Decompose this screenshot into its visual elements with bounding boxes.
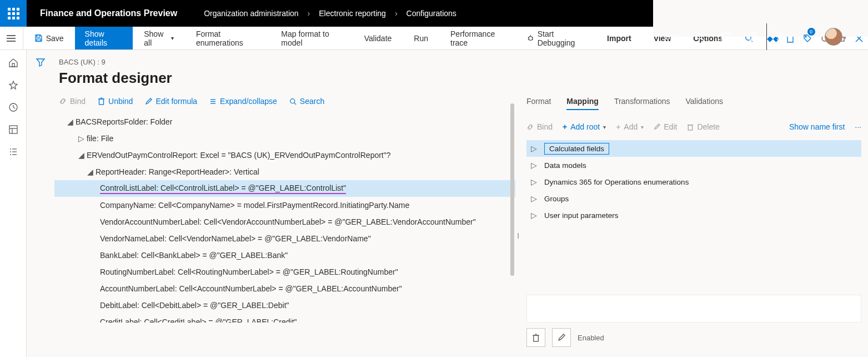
rail-favorites[interactable]: [8, 80, 18, 90]
svg-point-6: [779, 35, 782, 38]
page-subtitle: BACS (UK) : 9: [54, 58, 515, 66]
tree-node-selected[interactable]: ControlListLabel: Cell<ControlListLabel>…: [54, 180, 515, 197]
tab-validations[interactable]: Validations: [686, 97, 723, 110]
run-button[interactable]: Run: [410, 34, 432, 43]
nav-toggle[interactable]: [0, 27, 23, 49]
breadcrumb-item[interactable]: Electronic reporting: [319, 9, 386, 18]
filter-pane-toggle[interactable]: [27, 50, 54, 357]
legal-entity[interactable]: GBSI: [664, 33, 686, 41]
svg-point-43: [290, 98, 294, 103]
trash-icon: [687, 123, 694, 131]
tree-node[interactable]: CompanyName: Cell<CompanyName> = model.F…: [54, 197, 515, 214]
svg-line-44: [294, 102, 296, 104]
bug-icon: [527, 34, 534, 42]
scrollbar-thumb[interactable]: [510, 103, 514, 276]
search-icon: [695, 32, 704, 41]
svg-point-5: [754, 36, 755, 36]
app-launcher[interactable]: [0, 0, 27, 27]
breadcrumb-item[interactable]: Configurations: [407, 9, 456, 18]
svg-line-1: [701, 38, 704, 41]
ds-bind-button[interactable]: Bind: [526, 122, 553, 131]
gear-icon: [775, 32, 785, 42]
show-name-first-button[interactable]: Show name first: [789, 122, 845, 131]
ds-node[interactable]: ▷Data models: [526, 157, 861, 173]
svg-rect-47: [534, 335, 539, 341]
tree-node[interactable]: ▷file: File: [54, 130, 515, 147]
format-tree: ◢BACSReportsFolder: Folder ▷file: File ◢…: [54, 111, 515, 323]
start-debugging-button[interactable]: Start Debugging: [524, 29, 588, 47]
tree-node[interactable]: ◢ReportHeader: Range<ReportHeader>: Vert…: [54, 163, 515, 180]
user-avatar[interactable]: [820, 23, 847, 50]
tab-transformations[interactable]: Transformations: [614, 97, 670, 110]
search-button[interactable]: Search: [289, 97, 324, 106]
search-icon: [289, 98, 297, 105]
waffle-icon: [8, 8, 19, 19]
bind-button[interactable]: Bind: [59, 97, 86, 106]
more-button[interactable]: ···: [855, 122, 861, 131]
caret-right-icon: ▷: [530, 194, 538, 203]
delete-formula-button[interactable]: [526, 328, 545, 347]
ds-node-label: Dynamics 365 for Operations enumerations: [544, 178, 689, 186]
save-button[interactable]: Save: [31, 34, 67, 43]
expand-collapse-button[interactable]: Expand/collapse: [209, 97, 277, 106]
chevron-down-icon: ▾: [641, 124, 644, 130]
show-all-button[interactable]: Show all ▾: [141, 29, 177, 47]
svg-point-3: [749, 33, 757, 41]
formula-bar[interactable]: [526, 295, 861, 323]
messages-button[interactable]: [713, 23, 740, 50]
scrollbar[interactable]: [509, 103, 515, 357]
tree-node[interactable]: VendorAccountNumberLabel: Cell<VendorAcc…: [54, 214, 515, 230]
caret-down-icon: ◢: [64, 117, 76, 126]
tree-node[interactable]: CreditLabel: Cell<CreditLabel> = @"GER_L…: [54, 314, 515, 323]
svg-point-4: [751, 36, 752, 36]
delete-button[interactable]: Delete: [687, 122, 719, 131]
tree-node[interactable]: ◢ERVendOutPaymControlReport: Excel = "BA…: [54, 147, 515, 163]
ds-node[interactable]: ▷Groups: [526, 190, 861, 207]
edit-formula-button[interactable]: [552, 328, 571, 347]
tab-format[interactable]: Format: [526, 97, 551, 110]
more-icon: ···: [855, 122, 861, 131]
caret-right-icon: ▷: [76, 134, 87, 143]
tree-node[interactable]: AccountNumberLabel: Cell<AccountNumberLa…: [54, 280, 515, 297]
hamburger-icon: [7, 35, 16, 42]
add-root-button[interactable]: + Add root ▾: [563, 122, 606, 131]
show-all-label: Show all: [144, 29, 168, 47]
edit-button[interactable]: Edit: [654, 122, 677, 131]
map-format-button[interactable]: Map format to model: [278, 29, 345, 47]
product-title: Finance and Operations Preview: [27, 8, 190, 18]
validate-button[interactable]: Validate: [361, 34, 395, 43]
svg-point-0: [696, 33, 702, 39]
show-details-button[interactable]: Show details: [75, 27, 133, 49]
badge-count: 0: [807, 28, 815, 36]
performance-trace-button[interactable]: Performance trace: [447, 29, 508, 47]
ds-node[interactable]: ▷Dynamics 365 for Operations enumeration…: [526, 173, 861, 190]
rail-recent[interactable]: [8, 102, 18, 112]
tree-node[interactable]: DebitLabel: Cell<DebitLabel> = @"GER_LAB…: [54, 297, 515, 314]
settings-button[interactable]: [767, 23, 794, 50]
breadcrumb: Organization administration › Electronic…: [204, 9, 456, 18]
search-button[interactable]: [686, 23, 713, 50]
rail-workspaces[interactable]: [8, 125, 18, 135]
messages-icon: [721, 33, 731, 41]
splitter-handle[interactable]: ||: [515, 228, 520, 242]
tree-node[interactable]: RoutingNumberLabel: Cell<RoutingNumberLa…: [54, 264, 515, 280]
list-icon: [8, 147, 18, 157]
format-enumerations-button[interactable]: Format enumerations: [193, 29, 262, 47]
datasource-tree: ▷Calculated fields ▷Data models ▷Dynamic…: [526, 137, 861, 224]
feedback-button[interactable]: [740, 23, 766, 50]
ds-node[interactable]: ▷User input parameters: [526, 207, 861, 224]
unbind-button[interactable]: Unbind: [98, 97, 133, 106]
add-button[interactable]: + Add ▾: [616, 122, 644, 131]
tab-mapping[interactable]: Mapping: [566, 97, 599, 110]
tree-node[interactable]: ◢BACSReportsFolder: Folder: [54, 113, 515, 130]
import-button[interactable]: Import: [604, 34, 635, 43]
home-icon: [8, 58, 18, 68]
breadcrumb-item[interactable]: Organization administration: [204, 9, 298, 18]
rail-home[interactable]: [8, 58, 18, 68]
tree-node[interactable]: VendorNameLabel: Cell<VendorNameLabel> =…: [54, 230, 515, 247]
rail-modules[interactable]: [8, 147, 18, 157]
notifications-button[interactable]: 0: [799, 27, 816, 49]
edit-formula-button[interactable]: Edit formula: [145, 97, 197, 106]
page-title: Format designer: [54, 66, 515, 93]
ds-node-selected[interactable]: ▷Calculated fields: [526, 140, 861, 157]
